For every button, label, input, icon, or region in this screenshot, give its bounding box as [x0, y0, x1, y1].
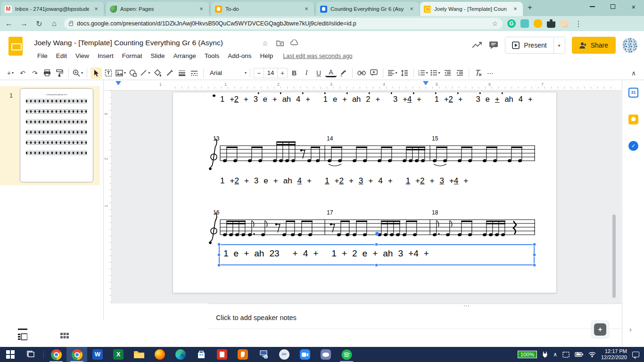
reload-button[interactable]: ↻ — [34, 19, 44, 28]
hide-side-panel-arrow[interactable]: › — [629, 326, 632, 333]
resize-handle-n[interactable] — [375, 243, 378, 246]
horizontal-ruler[interactable]: 11234567 — [104, 81, 621, 90]
tab-gmail[interactable]: M Inbox - 2741jowang@bpsstude × — [1, 2, 104, 16]
restore-button[interactable] — [603, 0, 623, 13]
taskbar-firefox[interactable] — [149, 347, 170, 362]
decrease-indent-button[interactable] — [442, 67, 453, 79]
insert-shape-button[interactable] — [127, 67, 139, 79]
tab-close-icon[interactable]: × — [198, 5, 205, 13]
activity-dashboard-icon[interactable] — [472, 41, 482, 49]
taskbar-word[interactable]: W — [87, 347, 108, 362]
minimize-button[interactable] — [582, 0, 603, 13]
highlight-color-button[interactable] — [338, 67, 349, 79]
keep-icon[interactable] — [628, 115, 638, 124]
text-color-button[interactable]: A — [325, 68, 337, 77]
slide-page[interactable]: 1+2+3e+ah4+1e+ah2+3+4+1+2+3e+ah4+ 131415… — [173, 92, 557, 293]
selection-rotate-handle[interactable] — [375, 232, 379, 236]
menu-arrange[interactable]: Arrange — [170, 51, 199, 61]
more-options-button[interactable]: ⋯ — [485, 67, 496, 79]
notes-divider[interactable]: ••• — [208, 304, 644, 307]
tab-aspen[interactable]: Aspen: Pages × — [106, 2, 209, 16]
taskbar-spotify[interactable] — [336, 347, 357, 362]
zoom-tool-button[interactable]: ▾ — [72, 67, 83, 79]
taskbar-zoom[interactable] — [295, 347, 315, 362]
font-family-select[interactable]: Arial▾ — [207, 67, 247, 79]
print-button[interactable] — [41, 67, 53, 79]
undo-button[interactable]: ↶ — [17, 67, 28, 79]
menu-insert[interactable]: Insert — [94, 51, 117, 61]
thumb-extension-icon[interactable] — [534, 19, 542, 28]
close-window-button[interactable]: × — [623, 0, 644, 13]
menu-slide[interactable]: Slide — [148, 51, 168, 61]
tab-close-icon[interactable]: × — [92, 5, 100, 13]
slide-thumbnail[interactable]: Counting Everything Gr 6 — [20, 88, 93, 182]
tab-close-icon[interactable]: × — [408, 5, 415, 13]
taskbar-remote-desktop[interactable]: $ — [253, 347, 274, 362]
redo-button[interactable]: ↷ — [29, 67, 41, 79]
line-spacing-button[interactable] — [399, 67, 410, 79]
underline-button[interactable]: U — [313, 67, 324, 79]
calendar-icon[interactable]: 31 — [628, 88, 638, 98]
numbered-list-button[interactable]: 123▾ — [417, 67, 429, 79]
counting-text-line-3[interactable]: 1e+ah23+4+1+2e+ah3+4+ — [223, 248, 434, 259]
drag-handle-dots[interactable]: ••• — [464, 305, 470, 306]
menu-format[interactable]: Format — [119, 51, 146, 61]
menu-file[interactable]: File — [34, 51, 51, 61]
new-slide-button[interactable]: +▾ — [5, 67, 16, 79]
counting-text-line-1[interactable]: 1+2+3e+ah4+1e+ah2+3+4+1+2+3e+ah4+ — [220, 95, 538, 104]
tablet-mode-icon[interactable] — [562, 352, 570, 358]
insert-line-button[interactable]: ▾ — [140, 67, 151, 79]
taskbar-file-explorer[interactable] — [129, 347, 149, 362]
taskbar-orange-app[interactable] — [232, 347, 253, 362]
tab-classroom[interactable]: Counting Everything Gr 6 (Asy × — [316, 2, 419, 16]
wifi-icon[interactable] — [588, 352, 596, 357]
document-title[interactable]: Joely Wang - [Template] Counting Everyth… — [34, 39, 223, 47]
back-button[interactable]: ← — [4, 19, 14, 28]
resize-handle-e[interactable] — [533, 253, 536, 256]
insert-image-button[interactable]: ▾ — [115, 67, 126, 79]
comments-icon[interactable] — [489, 41, 498, 49]
resize-handle-ne[interactable] — [533, 243, 536, 246]
taskbar-reader-app[interactable] — [212, 347, 232, 362]
collapse-toolbar-button[interactable]: ∧ — [628, 67, 639, 79]
notification-center-icon[interactable] — [632, 352, 639, 357]
browser-menu-icon[interactable]: ⋮ — [573, 19, 584, 28]
menu-view[interactable]: View — [72, 51, 92, 61]
cloud-saved-icon[interactable] — [290, 40, 299, 46]
increase-indent-button[interactable] — [454, 67, 465, 79]
browser-profile-avatar[interactable] — [560, 19, 569, 28]
resize-handle-sw[interactable] — [217, 263, 221, 267]
border-dash-button[interactable] — [189, 67, 200, 79]
slide-canvas[interactable]: 1+2+3e+ah4+1e+ah2+3+4+1+2+3e+ah4+ 131415… — [112, 90, 621, 304]
clear-formatting-button[interactable] — [472, 67, 484, 79]
star-document-icon[interactable]: ☆ — [262, 40, 268, 47]
text-box-button[interactable] — [103, 67, 114, 79]
taskbar-excel[interactable]: X — [108, 347, 129, 362]
font-size-input[interactable]: 14 — [264, 68, 278, 78]
account-avatar[interactable] — [622, 38, 637, 53]
bold-button[interactable]: B — [289, 67, 300, 79]
vertical-ruler[interactable]: 321 — [104, 90, 112, 304]
bitmoji-extension-icon[interactable] — [520, 19, 529, 28]
bulleted-list-button[interactable]: ▾ — [429, 67, 441, 79]
resize-handle-w[interactable] — [217, 253, 221, 256]
tab-close-icon[interactable]: × — [303, 5, 310, 13]
menu-tools[interactable]: Tools — [201, 51, 223, 61]
taskbar-discord[interactable] — [315, 347, 336, 362]
home-button[interactable]: ⌂ — [49, 19, 59, 28]
border-weight-button[interactable] — [176, 67, 188, 79]
new-tab-button[interactable]: + — [528, 3, 532, 12]
resize-handle-se[interactable] — [533, 263, 536, 267]
speaker-notes-placeholder[interactable]: Click to add speaker notes — [216, 314, 297, 321]
align-button[interactable]: ▾ — [387, 67, 398, 79]
select-tool-button[interactable] — [91, 67, 102, 79]
paint-format-button[interactable] — [54, 67, 65, 79]
menu-help[interactable]: Help — [256, 51, 276, 61]
counting-text-line-2[interactable]: 1+2+3e+ah4+1+2+3+4+1+2+3+4+ — [220, 176, 473, 186]
italic-button[interactable]: I — [301, 67, 312, 79]
taskbar-chrome-2-active[interactable] — [66, 347, 87, 362]
share-button[interactable]: Share — [572, 37, 616, 54]
menu-addons[interactable]: Add-ons — [224, 51, 255, 61]
border-color-button[interactable] — [164, 67, 175, 79]
battery-percentage-badge[interactable]: 100% — [518, 351, 537, 358]
